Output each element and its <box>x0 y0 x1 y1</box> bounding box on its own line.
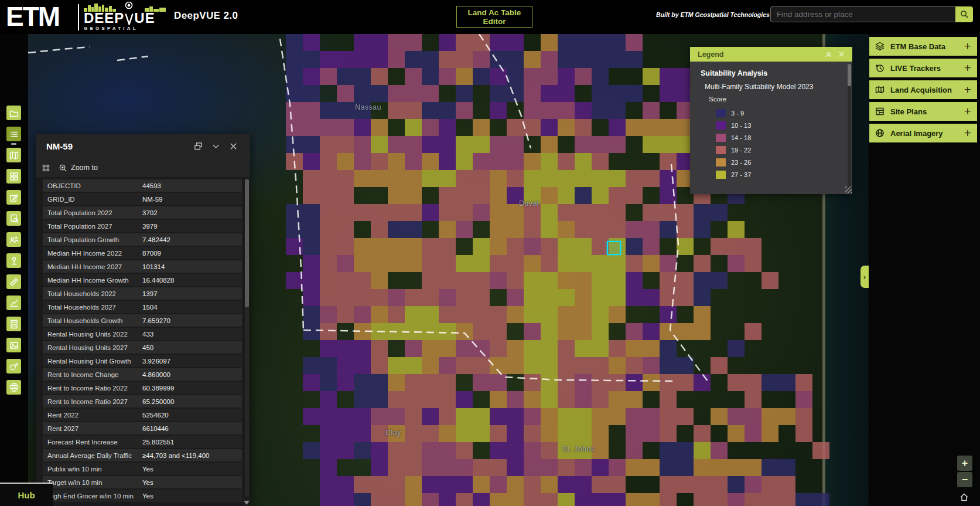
suitability-cell <box>286 51 303 68</box>
suitability-cell <box>405 493 422 506</box>
suitability-cell <box>592 255 609 272</box>
suitability-cell <box>660 391 677 408</box>
toolbar-list-button[interactable] <box>6 127 21 141</box>
sidebar-item-live-trackers[interactable]: LIVE Trackers+ <box>869 59 977 77</box>
legend-scrollbar-track[interactable] <box>848 64 851 190</box>
suitability-cell <box>643 204 660 221</box>
sidebar-item-land-acquisition[interactable]: Land Acquisition+ <box>869 80 977 99</box>
toolbar-measure-button[interactable] <box>6 274 21 289</box>
zoom-out-button[interactable]: − <box>957 472 972 487</box>
legend-class-row: 14 - 18 <box>716 131 843 144</box>
suitability-cell <box>524 255 541 272</box>
toolbar-report-search-button[interactable] <box>6 211 21 226</box>
suitability-cell <box>371 153 388 170</box>
suitability-cell <box>337 204 354 221</box>
attribute-row: Annual Average Daily Traffic≥44,703 and … <box>43 449 242 461</box>
selected-grid-cell[interactable] <box>607 241 621 255</box>
suitability-cell <box>541 476 558 493</box>
zoom-in-button[interactable]: + <box>957 456 972 471</box>
suitability-cell <box>524 51 541 68</box>
suitability-cell <box>694 272 711 289</box>
suitability-cell <box>439 51 456 68</box>
deepvue-name-right: UE <box>134 12 155 25</box>
suitability-cell <box>303 34 320 51</box>
suitability-cell <box>303 187 320 204</box>
expand-plus-icon[interactable]: + <box>964 84 971 95</box>
suitability-cell <box>371 85 388 102</box>
toolbar-group-button[interactable] <box>6 232 21 247</box>
home-button[interactable] <box>959 491 972 503</box>
legend-class-row: 19 - 22 <box>716 144 843 156</box>
attribute-label: Rent to Income Ratio 2027 <box>47 398 142 405</box>
suitability-cell <box>439 238 456 255</box>
legend-resize-handle[interactable] <box>845 186 852 193</box>
suitability-cell <box>626 221 643 238</box>
expand-plus-icon[interactable]: + <box>964 128 971 138</box>
suitability-cell <box>558 340 575 357</box>
toolbar-edit-button[interactable] <box>6 190 21 205</box>
suitability-cell <box>473 272 490 289</box>
toolbar-print-button[interactable] <box>6 380 21 395</box>
suitability-cell <box>354 119 371 136</box>
toolbar-image-button[interactable] <box>6 338 21 352</box>
toolbar-folder-button[interactable] <box>6 106 21 120</box>
suitability-cell <box>371 204 388 221</box>
toolbar-grid-button[interactable] <box>6 169 21 184</box>
sidebar-item-etm-base-data[interactable]: ETM Base Data+ <box>869 37 977 56</box>
suitability-cell <box>795 408 812 425</box>
sidebar-item-site-plans[interactable]: Site Plans+ <box>869 102 977 121</box>
suitability-cell <box>575 136 592 153</box>
dock-button[interactable] <box>189 138 207 154</box>
suitability-cell <box>439 204 456 221</box>
toolbar-basemap-button[interactable] <box>6 148 21 162</box>
toolbar-chart-button[interactable] <box>6 296 21 310</box>
suitability-cell <box>541 289 558 306</box>
search-button[interactable] <box>955 6 973 22</box>
close-popup-button[interactable] <box>224 138 242 154</box>
suitability-cell <box>337 306 354 323</box>
suitability-cell <box>354 442 371 459</box>
scroll-down-arrow[interactable] <box>244 501 250 505</box>
popup-scrollbar-thumb[interactable] <box>245 179 249 307</box>
expand-plus-icon[interactable]: + <box>964 106 971 117</box>
suitability-cell <box>490 51 507 68</box>
suitability-cell <box>626 272 643 289</box>
suitability-cell <box>660 136 677 153</box>
suitability-cell <box>660 408 677 425</box>
suitability-cell <box>507 51 524 68</box>
suitability-cell <box>575 289 592 306</box>
legend-collapse-button[interactable] <box>822 49 835 60</box>
land-ac-table-editor-button[interactable]: Land Ac Table Editor <box>456 6 532 28</box>
legend-header[interactable]: Legend <box>690 47 852 62</box>
zoom-to-button[interactable]: Zoom to <box>59 164 98 172</box>
expand-plus-icon[interactable]: + <box>964 41 971 52</box>
suitability-cell <box>626 119 643 136</box>
sidebar-item-aerial-imagery[interactable]: Aerial Imagery+ <box>869 124 977 142</box>
legend-close-button[interactable] <box>835 49 848 60</box>
suitability-cell <box>439 323 456 340</box>
suitability-cell <box>660 306 677 323</box>
suitability-cell <box>439 136 456 153</box>
actions-button[interactable] <box>42 164 50 172</box>
suitability-cell <box>524 289 541 306</box>
chart-icon <box>9 298 19 308</box>
suitability-cell <box>303 357 320 374</box>
attribute-value: 6610446 <box>142 425 169 432</box>
suitability-cell <box>626 391 643 408</box>
hub-tab[interactable]: Hub <box>0 483 53 506</box>
suitability-cell <box>354 289 371 306</box>
suitability-cell <box>592 340 609 357</box>
sidebar-collapse-handle[interactable]: › <box>861 266 869 288</box>
suitability-cell <box>660 459 677 476</box>
expand-plus-icon[interactable]: + <box>964 63 971 73</box>
suitability-cell <box>711 459 728 476</box>
collapse-button[interactable] <box>207 138 224 154</box>
legend-scrollbar-thumb[interactable] <box>848 64 851 86</box>
suitability-cell <box>286 34 303 51</box>
toolbar-person-pin-button[interactable] <box>6 253 21 268</box>
toolbar-draw-button[interactable] <box>6 359 21 373</box>
search-input[interactable] <box>770 6 955 22</box>
suitability-cell <box>490 221 507 238</box>
suitability-cell <box>473 238 490 255</box>
toolbar-calculator-button[interactable] <box>6 317 21 331</box>
